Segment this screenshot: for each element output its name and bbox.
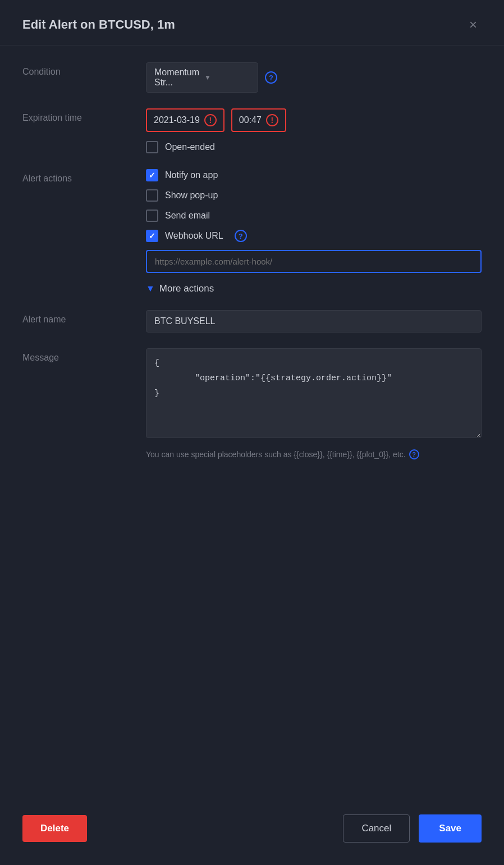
message-textarea[interactable]: { "operation":"{{strategy.order.action}}… xyxy=(146,348,482,438)
message-row: Message { "operation":"{{strategy.order.… xyxy=(22,348,482,459)
expiration-date-input[interactable]: 2021-03-19 ! xyxy=(146,108,224,132)
notify-on-app-row: Notify on app xyxy=(146,169,482,181)
send-email-checkbox[interactable] xyxy=(146,210,158,222)
condition-help-icon[interactable]: ? xyxy=(265,71,277,84)
header-divider xyxy=(0,45,504,45)
chevron-down-icon: ▼ xyxy=(146,284,155,294)
send-email-row: Send email xyxy=(146,210,482,222)
alert-actions-label: Alert actions xyxy=(22,169,146,184)
dropdown-arrow-icon: ▼ xyxy=(204,74,250,81)
open-ended-row: Open-ended xyxy=(146,141,482,153)
notify-on-app-checkbox[interactable] xyxy=(146,169,158,181)
form-body: Condition Momentum Str... ▼ ? Expiration… xyxy=(0,57,504,803)
condition-dropdown[interactable]: Momentum Str... ▼ xyxy=(146,62,258,93)
condition-input-row: Momentum Str... ▼ ? xyxy=(146,62,482,93)
alert-name-row: Alert name xyxy=(22,310,482,333)
message-controls: { "operation":"{{strategy.order.action}}… xyxy=(146,348,482,459)
condition-value: Momentum Str... xyxy=(154,67,200,88)
webhook-url-input[interactable] xyxy=(146,250,482,273)
show-popup-checkbox[interactable] xyxy=(146,189,158,202)
alert-actions-row: Alert actions Notify on app Show pop-up xyxy=(22,169,482,294)
expiration-time-value: 00:47 xyxy=(239,115,262,125)
placeholder-help-icon[interactable]: ? xyxy=(409,449,419,459)
expiration-controls: 2021-03-19 ! 00:47 ! Open-ended xyxy=(146,108,482,153)
expiration-row: Expiration time 2021-03-19 ! 00:47 ! Ope… xyxy=(22,108,482,153)
webhook-url-row: Webhook URL ? xyxy=(146,230,482,242)
modal-header: Edit Alert on BTCUSD, 1m × xyxy=(0,0,504,45)
alert-name-input[interactable] xyxy=(146,310,482,333)
open-ended-label: Open-ended xyxy=(165,142,215,152)
show-popup-row: Show pop-up xyxy=(146,189,482,202)
alert-name-controls xyxy=(146,310,482,333)
more-actions-row[interactable]: ▼ More actions xyxy=(146,283,482,294)
more-actions-label: More actions xyxy=(159,283,214,294)
expiration-time-warning-icon: ! xyxy=(266,114,278,126)
alert-actions-section: Notify on app Show pop-up Send email xyxy=(146,169,482,294)
save-button[interactable]: Save xyxy=(419,814,482,843)
placeholder-hint: You can use special placeholders such as… xyxy=(146,449,482,459)
placeholder-hint-text: You can use special placeholders such as… xyxy=(146,450,406,459)
modal-footer: Delete Cancel Save xyxy=(0,803,504,865)
condition-controls: Momentum Str... ▼ ? xyxy=(146,62,482,93)
condition-row: Condition Momentum Str... ▼ ? xyxy=(22,62,482,93)
webhook-url-checkbox[interactable] xyxy=(146,230,158,242)
send-email-label: Send email xyxy=(165,211,210,221)
message-label: Message xyxy=(22,348,146,363)
alert-actions-controls: Notify on app Show pop-up Send email xyxy=(146,169,482,294)
condition-label: Condition xyxy=(22,62,146,77)
webhook-help-icon[interactable]: ? xyxy=(235,230,247,242)
show-popup-label: Show pop-up xyxy=(165,190,218,201)
expiration-date-value: 2021-03-19 xyxy=(154,115,200,125)
modal-title: Edit Alert on BTCUSD, 1m xyxy=(22,17,175,32)
delete-button[interactable]: Delete xyxy=(22,815,87,842)
webhook-url-label: Webhook URL xyxy=(165,231,223,241)
expiration-date-warning-icon: ! xyxy=(204,114,217,126)
notify-on-app-label: Notify on app xyxy=(165,170,218,180)
expiration-label: Expiration time xyxy=(22,108,146,123)
open-ended-checkbox[interactable] xyxy=(146,141,158,153)
alert-name-label: Alert name xyxy=(22,310,146,325)
expiry-input-row: 2021-03-19 ! 00:47 ! xyxy=(146,108,482,132)
footer-right: Cancel Save xyxy=(343,814,482,843)
expiration-time-input[interactable]: 00:47 ! xyxy=(231,108,286,132)
cancel-button[interactable]: Cancel xyxy=(343,814,410,843)
edit-alert-modal: Edit Alert on BTCUSD, 1m × Condition Mom… xyxy=(0,0,504,865)
close-button[interactable]: × xyxy=(465,16,482,34)
